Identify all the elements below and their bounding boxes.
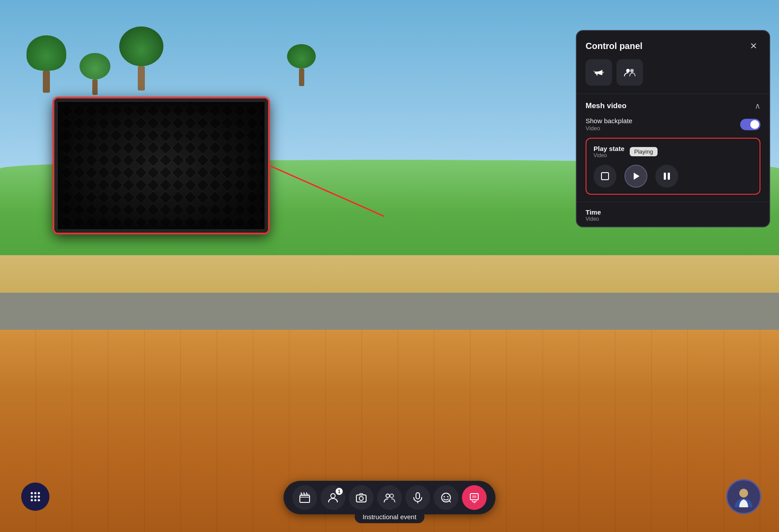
tree-left-large <box>26 35 66 93</box>
panel-title: Control panel <box>586 41 643 51</box>
svg-point-15 <box>34 496 37 498</box>
grid-icon <box>30 491 41 502</box>
svg-marker-8 <box>634 173 639 180</box>
svg-point-19 <box>38 499 40 502</box>
stop-icon <box>600 171 610 181</box>
megaphone-icon <box>593 66 605 79</box>
bottom-toolbar: 1 <box>284 481 495 514</box>
user-avatar[interactable] <box>726 479 761 514</box>
svg-point-12 <box>34 492 37 494</box>
svg-point-5 <box>626 69 630 72</box>
play-state-sublabel: Video <box>594 152 624 158</box>
svg-rect-21 <box>300 494 310 495</box>
video-screen-container <box>53 97 269 234</box>
show-backplate-toggle[interactable] <box>740 119 760 130</box>
play-state-title: Play state <box>594 145 624 152</box>
svg-point-18 <box>34 499 37 502</box>
show-backplate-labels: Show backplate Video <box>586 117 632 132</box>
megaphone-button[interactable] <box>586 59 612 86</box>
tree-left-medium <box>79 53 110 95</box>
svg-point-25 <box>386 494 390 498</box>
svg-rect-9 <box>664 173 666 180</box>
play-state-box: Play state Video Playing <box>586 138 760 195</box>
scene-button[interactable] <box>292 485 317 510</box>
playing-badge: Playing <box>630 147 658 156</box>
svg-point-6 <box>630 69 634 72</box>
svg-point-14 <box>31 496 33 498</box>
close-button[interactable]: ✕ <box>746 39 760 53</box>
svg-rect-7 <box>601 173 609 180</box>
svg-rect-23 <box>356 495 366 502</box>
play-state-labels: Play state Video <box>594 145 624 158</box>
play-icon <box>631 171 641 181</box>
time-title: Time <box>586 208 760 216</box>
people-icon <box>624 66 636 79</box>
tree-center <box>119 26 163 91</box>
svg-point-11 <box>31 492 33 494</box>
mesh-video-title: Mesh video <box>586 102 627 110</box>
mic-icon <box>412 492 424 503</box>
svg-point-24 <box>359 497 363 501</box>
share-button[interactable] <box>462 485 487 510</box>
svg-rect-33 <box>472 495 476 498</box>
svg-rect-20 <box>300 495 310 502</box>
mesh-video-section: Mesh video ∧ Show backplate Video Play s… <box>577 94 769 202</box>
svg-point-22 <box>331 494 335 498</box>
share-icon <box>469 492 480 503</box>
pause-icon <box>662 171 672 181</box>
svg-point-31 <box>447 496 449 498</box>
camera-button[interactable] <box>349 485 374 510</box>
people-badge: 1 <box>336 488 343 495</box>
close-icon: ✕ <box>750 41 757 51</box>
pause-button[interactable] <box>655 165 678 188</box>
video-screen-outer <box>53 97 269 234</box>
clapper-icon <box>299 492 310 503</box>
svg-point-13 <box>38 492 40 494</box>
svg-rect-3 <box>54 98 268 233</box>
time-sublabel: Video <box>586 216 760 222</box>
video-screen-inner <box>54 98 268 233</box>
emoji-icon <box>440 492 452 503</box>
svg-point-35 <box>739 489 748 498</box>
show-backplate-sublabel: Video <box>586 125 632 132</box>
play-controls <box>594 165 753 188</box>
avatar-image <box>731 484 756 509</box>
svg-point-4 <box>602 72 604 73</box>
toggle-thumb <box>750 120 759 129</box>
emoji-button[interactable] <box>434 485 458 510</box>
svg-point-17 <box>31 499 33 502</box>
grid-button[interactable] <box>21 483 49 511</box>
avatars-icon <box>384 492 395 503</box>
svg-rect-10 <box>668 173 670 180</box>
tree-right-1 <box>287 44 316 86</box>
svg-point-30 <box>444 496 445 498</box>
svg-point-16 <box>38 496 40 498</box>
chevron-up-icon[interactable]: ∧ <box>755 101 760 111</box>
control-panel: Control panel ✕ Mesh video <box>576 30 770 227</box>
avatars-button[interactable] <box>616 59 643 86</box>
panel-header: Control panel ✕ <box>577 31 769 59</box>
stop-button[interactable] <box>594 165 616 188</box>
mic-button[interactable] <box>405 485 430 510</box>
event-label-text: Instructional event <box>363 513 416 521</box>
svg-point-26 <box>390 494 393 498</box>
camera-icon <box>355 492 367 503</box>
play-button[interactable] <box>624 165 647 188</box>
people-button[interactable]: 1 <box>321 485 345 510</box>
show-backplate-label: Show backplate <box>586 117 632 125</box>
play-state-header: Play state Video Playing <box>594 145 753 158</box>
section-header: Mesh video ∧ <box>586 101 760 111</box>
avatars-button[interactable] <box>377 485 402 510</box>
ground-road <box>0 293 779 335</box>
panel-icon-row <box>577 59 769 94</box>
time-section: Time Video <box>577 202 769 226</box>
show-backplate-row: Show backplate Video <box>586 117 760 132</box>
event-label: Instructional event <box>355 510 424 523</box>
svg-rect-27 <box>416 493 420 499</box>
